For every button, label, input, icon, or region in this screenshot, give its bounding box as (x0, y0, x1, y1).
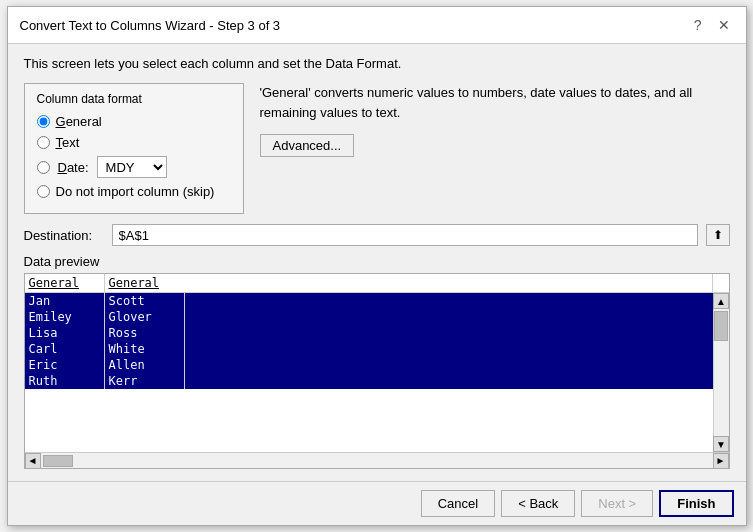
preview-cell: Jan (25, 293, 105, 309)
radio-text-input[interactable] (37, 136, 50, 149)
preview-row: Ruth Kerr (25, 373, 713, 389)
horizontal-scrollbar[interactable]: ◄ ► (25, 452, 729, 468)
cancel-button[interactable]: Cancel (421, 490, 495, 517)
radio-skip-label: Do not import column (skip) (56, 184, 215, 199)
preview-container: General General Jan Scott Emiley Glover (24, 273, 730, 469)
dialog-footer: Cancel < Back Next > Finish (8, 481, 746, 525)
destination-row: Destination: ⬆ (24, 224, 730, 246)
radio-skip: Do not import column (skip) (37, 184, 231, 199)
radio-text-label: Text (56, 135, 80, 150)
preview-cell: Ross (105, 325, 185, 341)
radio-general-label: General (56, 114, 102, 129)
radio-skip-input[interactable] (37, 185, 50, 198)
preview-cell: Eric (25, 357, 105, 373)
scroll-down-arrow[interactable]: ▼ (713, 436, 729, 452)
dialog-body: This screen lets you select each column … (8, 44, 746, 481)
preview-row: Eric Allen (25, 357, 713, 373)
date-select[interactable]: MDY DMY YMD MYD DYM YDM (97, 156, 167, 178)
preview-cell: White (105, 341, 185, 357)
dialog-title: Convert Text to Columns Wizard - Step 3 … (20, 18, 281, 33)
col-header-2: General (105, 274, 713, 292)
title-bar: Convert Text to Columns Wizard - Step 3 … (8, 7, 746, 44)
data-preview-label: Data preview (24, 254, 730, 269)
advanced-button[interactable]: Advanced... (260, 134, 355, 157)
col-header-1: General (25, 274, 105, 292)
info-section: 'General' converts numeric values to num… (260, 83, 730, 214)
back-button[interactable]: < Back (501, 490, 575, 517)
scroll-thumb-h[interactable] (43, 455, 73, 467)
preview-cell: Lisa (25, 325, 105, 341)
close-button[interactable]: ✕ (714, 15, 734, 35)
dialog: Convert Text to Columns Wizard - Step 3 … (7, 6, 747, 526)
preview-row: Carl White (25, 341, 713, 357)
preview-header-row: General General (25, 274, 729, 293)
preview-cell: Scott (105, 293, 185, 309)
preview-cell: Carl (25, 341, 105, 357)
radio-date-row: Date: MDY DMY YMD MYD DYM YDM (37, 156, 231, 178)
scroll-up-arrow[interactable]: ▲ (713, 293, 729, 309)
preview-cell: Ruth (25, 373, 105, 389)
preview-row: Lisa Ross (25, 325, 713, 341)
preview-row: Jan Scott (25, 293, 713, 309)
upload-icon: ⬆ (713, 228, 723, 242)
radio-general-input[interactable] (37, 115, 50, 128)
preview-cell: Allen (105, 357, 185, 373)
preview-cell: Kerr (105, 373, 185, 389)
help-button[interactable]: ? (690, 15, 706, 35)
preview-cell: Emiley (25, 309, 105, 325)
group-title: Column data format (37, 92, 231, 106)
column-format-group: Column data format General Text Date: M (24, 83, 244, 214)
destination-input[interactable] (112, 224, 698, 246)
destination-collapse-button[interactable]: ⬆ (706, 224, 730, 246)
preview-data: Jan Scott Emiley Glover Lisa Ross Carl (25, 293, 713, 452)
radio-text: Text (37, 135, 231, 150)
description-text: This screen lets you select each column … (24, 56, 730, 71)
vertical-scrollbar[interactable]: ▲ ▼ (713, 293, 729, 452)
preview-scroll-area: Jan Scott Emiley Glover Lisa Ross Carl (25, 293, 729, 452)
radio-general: General (37, 114, 231, 129)
radio-date-label: Date: (58, 160, 89, 175)
data-preview-section: Data preview General General Jan Scott (24, 254, 730, 469)
next-button[interactable]: Next > (581, 490, 653, 517)
info-text: 'General' converts numeric values to num… (260, 83, 730, 122)
preview-row: Emiley Glover (25, 309, 713, 325)
finish-button[interactable]: Finish (659, 490, 733, 517)
scroll-left-arrow[interactable]: ◄ (25, 453, 41, 469)
scroll-right-arrow[interactable]: ► (713, 453, 729, 469)
destination-label: Destination: (24, 228, 104, 243)
main-section: Column data format General Text Date: M (24, 83, 730, 214)
radio-date-input[interactable] (37, 161, 50, 174)
scroll-thumb-v[interactable] (714, 311, 728, 341)
preview-cell: Glover (105, 309, 185, 325)
